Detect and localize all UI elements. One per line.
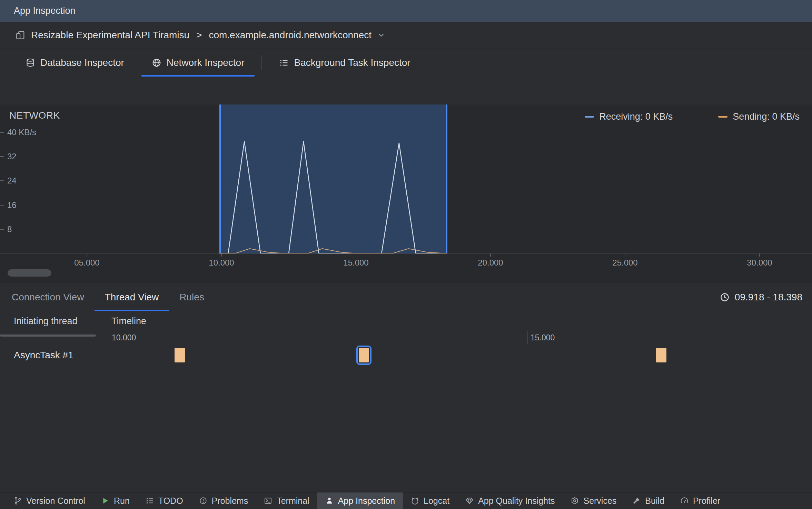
y-tick-mark: [0, 156, 4, 157]
statusbar-label: Logcat: [424, 496, 449, 506]
profiler-icon: [680, 497, 689, 505]
database-icon: [26, 58, 35, 68]
statusbar-label: Problems: [212, 496, 248, 506]
resizable-device-icon: [15, 30, 26, 40]
y-tick-mark: [0, 180, 4, 181]
y-axis: 40 KB/s3224168: [0, 104, 76, 253]
y-tick-label: 8: [7, 224, 12, 234]
network-request-event[interactable]: [359, 348, 369, 362]
x-tick-mark: [356, 253, 356, 257]
network-chart[interactable]: NETWORK Receiving: 0 KB/sSending: 0 KB/s…: [0, 104, 812, 283]
legend-label: Sending: 0 KB/s: [733, 111, 800, 122]
build-icon: [632, 497, 641, 505]
initiating-thread-scrollbar[interactable]: [0, 335, 96, 337]
inspector-tab-bar: Database Inspector Network Inspector Bac…: [0, 49, 812, 77]
x-tick-mark: [625, 253, 625, 257]
statusbar-label: Build: [645, 496, 664, 506]
clock-icon: [720, 292, 730, 302]
y-tick: 40 KB/s: [0, 128, 36, 137]
tab-network-inspector[interactable]: Network Inspector: [138, 49, 258, 77]
thread-row[interactable]: AsyncTask #1: [0, 344, 812, 366]
task-list-icon: [279, 58, 289, 68]
device-name: Resizable Experimental API Tiramisu: [31, 30, 189, 41]
statusbar-label: Services: [583, 496, 616, 506]
column-header-timeline[interactable]: Timeline: [102, 316, 146, 327]
x-tick-mark: [759, 253, 760, 257]
statusbar-run[interactable]: Run: [93, 492, 138, 509]
y-tick-mark: [0, 229, 4, 230]
network-request-event[interactable]: [656, 348, 666, 362]
tool-window-title-bar: App Inspection: [0, 0, 812, 22]
tab-connection-view[interactable]: Connection View: [1, 283, 95, 311]
run-icon: [101, 497, 109, 505]
statusbar-app-quality-insights[interactable]: App Quality Insights: [457, 492, 563, 509]
thread-view-panel: Initiating thread Timeline 10.00015.000 …: [0, 311, 812, 492]
statusbar-app-inspection[interactable]: App Inspection: [317, 492, 403, 509]
x-axis[interactable]: 05.00010.00015.00020.00025.00030.000: [0, 253, 812, 275]
tab-label: Connection View: [12, 292, 84, 303]
x-tick-mark: [87, 253, 87, 257]
chart-scrollbar[interactable]: [8, 269, 51, 277]
statusbar-logcat[interactable]: Logcat: [403, 492, 457, 509]
statusbar-problems[interactable]: Problems: [191, 492, 256, 509]
problems-icon: [199, 497, 207, 505]
network-request-event[interactable]: [175, 348, 185, 362]
tab-rules[interactable]: Rules: [169, 283, 215, 311]
chart-legend: Receiving: 0 KB/sSending: 0 KB/s: [585, 111, 800, 122]
selection-region[interactable]: [219, 104, 447, 253]
legend-swatch: [718, 116, 727, 118]
y-tick-label: 40 KB/s: [7, 128, 36, 137]
y-tick: 32: [0, 152, 17, 161]
terminal-icon: [264, 497, 272, 505]
statusbar-label: Version Control: [26, 496, 85, 506]
statusbar-services[interactable]: Services: [563, 492, 624, 509]
statusbar-terminal[interactable]: Terminal: [256, 492, 317, 509]
y-tick-mark: [0, 205, 4, 206]
services-icon: [571, 497, 579, 505]
tab-database-inspector[interactable]: Database Inspector: [12, 49, 138, 77]
logcat-icon: [411, 497, 419, 505]
process-selector[interactable]: Resizable Experimental API Tiramisu > co…: [0, 22, 812, 49]
legend-label: Receiving: 0 KB/s: [599, 111, 673, 122]
y-tick: 24: [0, 176, 17, 186]
tab-background-task-inspector[interactable]: Background Task Inspector: [265, 49, 424, 77]
ruler-tick-label: 10.000: [112, 333, 136, 342]
inspector-toolbar: [0, 77, 812, 104]
statusbar-label: TODO: [158, 496, 183, 506]
chevron-down-icon: [377, 31, 385, 39]
x-tick-label: 05.000: [74, 258, 99, 268]
x-tick-label: 10.000: [209, 258, 234, 268]
statusbar-label: Run: [114, 496, 130, 506]
tab-thread-view[interactable]: Thread View: [95, 283, 169, 311]
tab-label: Network Inspector: [167, 57, 245, 68]
x-tick-label: 25.000: [612, 258, 637, 268]
statusbar-todo[interactable]: TODO: [138, 492, 191, 509]
statusbar-label: Terminal: [277, 496, 309, 506]
ruler-gridline: [527, 331, 528, 344]
thread-table-header: Initiating thread Timeline: [0, 311, 812, 331]
thread-row-timeline: [0, 344, 812, 366]
statusbar-label: Profiler: [693, 496, 720, 506]
process-name: com.example.android.networkconnect: [209, 30, 372, 41]
legend-swatch: [585, 116, 594, 118]
column-header-initiating-thread[interactable]: Initiating thread: [0, 316, 102, 327]
globe-icon: [152, 58, 161, 68]
statusbar-version-control[interactable]: Version Control: [6, 492, 93, 509]
x-tick-label: 20.000: [478, 258, 503, 268]
column-divider[interactable]: [102, 311, 102, 492]
detail-tab-bar: Connection View Thread View Rules 09.918…: [0, 283, 812, 311]
legend-item-receiving: Receiving: 0 KB/s: [585, 111, 673, 122]
y-tick-label: 32: [7, 152, 17, 161]
selected-time-range: 09.918 - 18.398: [720, 283, 802, 311]
timeline-ruler[interactable]: 10.00015.000: [0, 331, 812, 344]
statusbar-label: App Inspection: [338, 496, 395, 506]
status-bar: Version Control Run TODO Problems Termin…: [0, 492, 812, 509]
y-tick-mark: [0, 132, 4, 133]
x-tick-label: 15.000: [343, 258, 368, 268]
y-tick: 16: [0, 200, 17, 210]
ruler-tick-label: 15.000: [531, 333, 555, 342]
statusbar-profiler[interactable]: Profiler: [672, 492, 728, 509]
thread-name: AsyncTask #1: [14, 350, 73, 361]
statusbar-build[interactable]: Build: [624, 492, 672, 509]
time-range-text: 09.918 - 18.398: [735, 292, 802, 303]
